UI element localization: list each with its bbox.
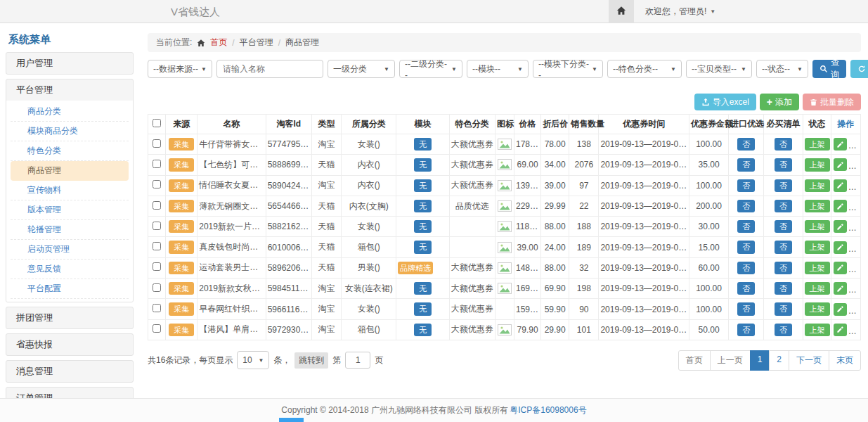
row-checkbox[interactable] <box>153 283 161 292</box>
row-checkbox[interactable] <box>153 222 161 230</box>
row-checkbox[interactable] <box>153 304 161 312</box>
row-checkbox[interactable] <box>153 201 161 210</box>
must-buy-toggle[interactable]: 否 <box>775 302 792 315</box>
jump-button[interactable]: 跳转到 <box>294 352 328 369</box>
select-all-checkbox[interactable] <box>153 119 161 127</box>
column-header-module: 模块 <box>396 115 449 134</box>
sidebar-subitem[interactable]: 宣传物料 <box>11 181 129 200</box>
edit-button[interactable] <box>834 303 847 316</box>
cell-source: 采集 <box>166 196 197 216</box>
status-toggle[interactable]: 上架 <box>805 262 830 274</box>
must-buy-toggle[interactable]: 否 <box>775 324 792 336</box>
import-select-toggle[interactable]: 否 <box>737 302 755 315</box>
sidebar-item-user-management[interactable]: 用户管理 <box>6 53 133 74</box>
edit-button[interactable] <box>834 220 847 233</box>
pager-button[interactable]: 2 <box>769 350 789 371</box>
sidebar-subitem[interactable]: 商品分类 <box>11 102 129 122</box>
sidebar-subitem[interactable]: 平台配置 <box>11 279 129 299</box>
row-checkbox[interactable] <box>153 139 161 148</box>
import-select-toggle[interactable]: 否 <box>737 282 755 295</box>
pager-current-page[interactable]: 1 <box>750 350 770 371</box>
row-checkbox[interactable] <box>153 180 161 188</box>
pager-button[interactable]: 下一页 <box>789 350 829 371</box>
sidebar-item-message-management[interactable]: 消息管理 <box>6 361 133 382</box>
row-checkbox[interactable] <box>153 242 161 250</box>
home-button[interactable] <box>609 0 634 23</box>
import-select-toggle[interactable]: 否 <box>737 241 755 253</box>
import-select-toggle[interactable]: 否 <box>737 200 755 212</box>
status-toggle[interactable]: 上架 <box>805 302 830 315</box>
status-toggle[interactable]: 上架 <box>805 282 830 295</box>
must-buy-toggle[interactable]: 否 <box>775 138 792 151</box>
sidebar-item-group-buy-management[interactable]: 拼团管理 <box>6 307 133 328</box>
search-button[interactable]: 查询 <box>812 60 846 78</box>
status-toggle[interactable]: 上架 <box>805 241 830 253</box>
batch-delete-button[interactable]: 批量删除 <box>803 94 861 110</box>
page-number-input[interactable] <box>345 352 370 369</box>
sidebar-subitem[interactable]: 版本管理 <box>11 200 129 220</box>
edit-button[interactable] <box>834 179 847 192</box>
status-toggle[interactable]: 上架 <box>805 324 830 336</box>
must-buy-toggle[interactable]: 否 <box>775 282 792 295</box>
must-buy-toggle[interactable]: 否 <box>775 262 792 274</box>
sidebar-subitem[interactable]: 特色分类 <box>11 141 129 161</box>
cell-module: 无 <box>396 237 449 257</box>
sidebar-subitem[interactable]: 模块商品分类 <box>11 122 129 141</box>
must-buy-toggle[interactable]: 否 <box>775 200 792 212</box>
import-select-toggle[interactable]: 否 <box>737 324 755 336</box>
edit-button[interactable] <box>834 262 847 274</box>
pager-button[interactable]: 末页 <box>829 350 861 371</box>
filter-level2-category[interactable]: --二级分类--▼ <box>399 60 462 78</box>
must-buy-toggle[interactable]: 否 <box>775 220 792 233</box>
import-select-toggle[interactable]: 否 <box>737 138 755 151</box>
filter-status[interactable]: --状态--▼ <box>756 60 808 78</box>
add-button[interactable]: + 添加 <box>760 94 799 110</box>
sidebar-subitem[interactable]: 启动页管理 <box>11 240 129 260</box>
must-buy-toggle[interactable]: 否 <box>775 241 792 253</box>
must-buy-toggle[interactable]: 否 <box>775 158 792 171</box>
product-image-icon <box>498 262 512 274</box>
sidebar-subitem-active[interactable]: 商品管理 <box>11 161 129 181</box>
status-toggle[interactable]: 上架 <box>805 138 830 151</box>
pager-button[interactable]: 上一页 <box>710 350 751 371</box>
sidebar-item-savings-news[interactable]: 省惠快报 <box>6 334 133 355</box>
sidebar-subitem[interactable]: 意见反馈 <box>11 260 129 279</box>
filter-level1-category[interactable]: 一级分类▼ <box>328 60 395 78</box>
must-buy-toggle[interactable]: 否 <box>775 179 792 192</box>
user-menu[interactable]: 欢迎您，管理员! ▼ <box>645 6 715 18</box>
icp-link[interactable]: 粤ICP备16098006号 <box>510 404 586 416</box>
row-checkbox[interactable] <box>153 262 161 271</box>
row-checkbox[interactable] <box>153 160 161 168</box>
column-header-feature: 特色分类 <box>449 115 495 134</box>
filter-data-source[interactable]: --数据来源--▼ <box>148 60 212 78</box>
filter-name-input[interactable] <box>216 60 323 78</box>
import-select-toggle[interactable]: 否 <box>737 220 755 233</box>
filter-module-subcategory[interactable]: --模块下分类--▼ <box>533 60 603 78</box>
status-toggle[interactable]: 上架 <box>805 179 830 192</box>
filter-module[interactable]: --模块--▼ <box>467 60 529 78</box>
edit-button[interactable] <box>834 282 847 295</box>
edit-button[interactable] <box>834 158 847 171</box>
import-select-toggle[interactable]: 否 <box>737 179 755 192</box>
cell-ops <box>831 175 860 196</box>
import-select-toggle[interactable]: 否 <box>737 158 755 171</box>
row-checkbox[interactable] <box>153 324 161 333</box>
edit-button[interactable] <box>834 241 847 254</box>
import-select-toggle[interactable]: 否 <box>737 262 755 274</box>
import-excel-button[interactable]: 导入excel <box>694 94 756 110</box>
sidebar-subitem[interactable]: 轮播管理 <box>11 220 129 240</box>
pager-button[interactable]: 首页 <box>678 350 711 371</box>
edit-button[interactable] <box>834 138 847 151</box>
reset-button[interactable]: 重置 <box>850 60 868 78</box>
pagination: 共16条记录，每页显示 10 ▼ 条， 跳转到 第 页 首页上一页12下一页末页 <box>148 350 861 371</box>
filter-feature-category[interactable]: --特色分类--▼ <box>607 60 682 78</box>
per-page-select[interactable]: 10 ▼ <box>237 351 269 369</box>
status-toggle[interactable]: 上架 <box>805 220 830 233</box>
breadcrumb-home-link[interactable]: 首页 <box>210 37 227 49</box>
edit-button[interactable] <box>834 200 847 212</box>
edit-button[interactable] <box>834 324 847 336</box>
status-toggle[interactable]: 上架 <box>805 158 830 171</box>
sidebar-item-platform-management[interactable]: 平台管理 <box>6 79 133 101</box>
filter-item-type[interactable]: --宝贝类型--▼ <box>686 60 752 78</box>
status-toggle[interactable]: 上架 <box>805 200 830 212</box>
